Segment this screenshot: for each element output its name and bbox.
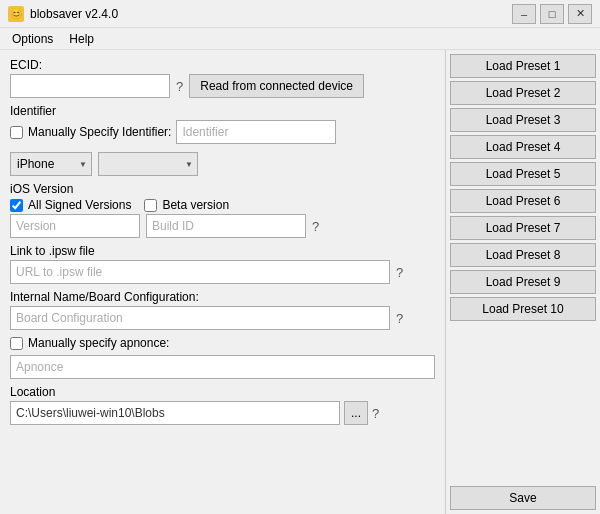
menu-help[interactable]: Help xyxy=(61,30,102,48)
menu-options[interactable]: Options xyxy=(4,30,61,48)
identifier-label: Identifier xyxy=(10,104,435,118)
load-preset-6-button[interactable]: Load Preset 6 xyxy=(450,189,596,213)
board-help-icon[interactable]: ? xyxy=(396,311,403,326)
ipsw-input[interactable] xyxy=(10,260,390,284)
ios-version-label: iOS Version xyxy=(10,182,435,196)
ipsw-help-icon[interactable]: ? xyxy=(396,265,403,280)
location-help-icon[interactable]: ? xyxy=(372,406,379,421)
load-preset-10-button[interactable]: Load Preset 10 xyxy=(450,297,596,321)
browse-button[interactable]: ... xyxy=(344,401,368,425)
ios-version-section: iOS Version All Signed Versions Beta ver… xyxy=(10,182,435,238)
ecid-help-icon[interactable]: ? xyxy=(176,79,183,94)
minimize-button[interactable]: – xyxy=(512,4,536,24)
load-preset-8-button[interactable]: Load Preset 8 xyxy=(450,243,596,267)
board-row: ? xyxy=(10,306,435,330)
maximize-button[interactable]: □ xyxy=(540,4,564,24)
load-preset-5-button[interactable]: Load Preset 5 xyxy=(450,162,596,186)
device-dropdown-row: iPhone iPad iPod Apple TV HomePod xyxy=(10,152,435,176)
beta-version-checkbox[interactable] xyxy=(144,199,157,212)
board-section: Internal Name/Board Configuration: ? xyxy=(10,290,435,330)
app-title: blobsaver v2.4.0 xyxy=(30,7,512,21)
all-signed-checkbox[interactable] xyxy=(10,199,23,212)
board-label: Internal Name/Board Configuration: xyxy=(10,290,435,304)
ipsw-label: Link to .ipsw file xyxy=(10,244,435,258)
load-preset-9-button[interactable]: Load Preset 9 xyxy=(450,270,596,294)
manual-identifier-checkbox[interactable] xyxy=(10,126,23,139)
apnonce-check-row: Manually specify apnonce: xyxy=(10,336,435,350)
load-preset-4-button[interactable]: Load Preset 4 xyxy=(450,135,596,159)
signed-versions-row: All Signed Versions Beta version xyxy=(10,198,435,212)
window-controls: – □ ✕ xyxy=(512,4,592,24)
location-input[interactable] xyxy=(10,401,340,425)
read-device-button[interactable]: Read from connected device xyxy=(189,74,364,98)
ecid-row: ? Read from connected device xyxy=(10,74,435,98)
version-input[interactable] xyxy=(10,214,140,238)
identifier-section: Identifier Manually Specify Identifier: xyxy=(10,104,435,146)
right-panel: Load Preset 1Load Preset 2Load Preset 3L… xyxy=(445,50,600,514)
identifier-input[interactable] xyxy=(176,120,336,144)
all-signed-label[interactable]: All Signed Versions xyxy=(28,198,131,212)
left-panel: ECID: ? Read from connected device Ident… xyxy=(0,50,445,514)
load-preset-3-button[interactable]: Load Preset 3 xyxy=(450,108,596,132)
location-row: ... ? xyxy=(10,401,435,425)
main-layout: ECID: ? Read from connected device Ident… xyxy=(0,50,600,514)
ecid-section: ECID: ? Read from connected device xyxy=(10,58,435,98)
apnonce-label[interactable]: Manually specify apnonce: xyxy=(28,336,169,350)
apnonce-checkbox[interactable] xyxy=(10,337,23,350)
title-bar: 😊 blobsaver v2.4.0 – □ ✕ xyxy=(0,0,600,28)
device-type-wrapper: iPhone iPad iPod Apple TV HomePod xyxy=(10,152,92,176)
version-row: ? xyxy=(10,214,435,238)
version-help-icon[interactable]: ? xyxy=(312,219,319,234)
menu-bar: Options Help xyxy=(0,28,600,50)
beta-version-label[interactable]: Beta version xyxy=(162,198,229,212)
save-button[interactable]: Save xyxy=(450,486,596,510)
buildid-input[interactable] xyxy=(146,214,306,238)
ecid-label: ECID: xyxy=(10,58,435,72)
app-icon: 😊 xyxy=(8,6,24,22)
device-model-select[interactable] xyxy=(98,152,198,176)
apnonce-section: Manually specify apnonce: xyxy=(10,336,435,379)
device-model-wrapper xyxy=(98,152,198,176)
board-input[interactable] xyxy=(10,306,390,330)
ipsw-row: ? xyxy=(10,260,435,284)
close-button[interactable]: ✕ xyxy=(568,4,592,24)
device-type-select[interactable]: iPhone iPad iPod Apple TV HomePod xyxy=(10,152,92,176)
load-preset-2-button[interactable]: Load Preset 2 xyxy=(450,81,596,105)
ecid-input[interactable] xyxy=(10,74,170,98)
load-preset-7-button[interactable]: Load Preset 7 xyxy=(450,216,596,240)
manual-identifier-row: Manually Specify Identifier: xyxy=(10,120,435,144)
location-section: Location ... ? xyxy=(10,385,435,425)
apnonce-input[interactable] xyxy=(10,355,435,379)
load-preset-1-button[interactable]: Load Preset 1 xyxy=(450,54,596,78)
ipsw-section: Link to .ipsw file ? xyxy=(10,244,435,284)
location-label: Location xyxy=(10,385,435,399)
manual-identifier-label[interactable]: Manually Specify Identifier: xyxy=(28,125,171,139)
